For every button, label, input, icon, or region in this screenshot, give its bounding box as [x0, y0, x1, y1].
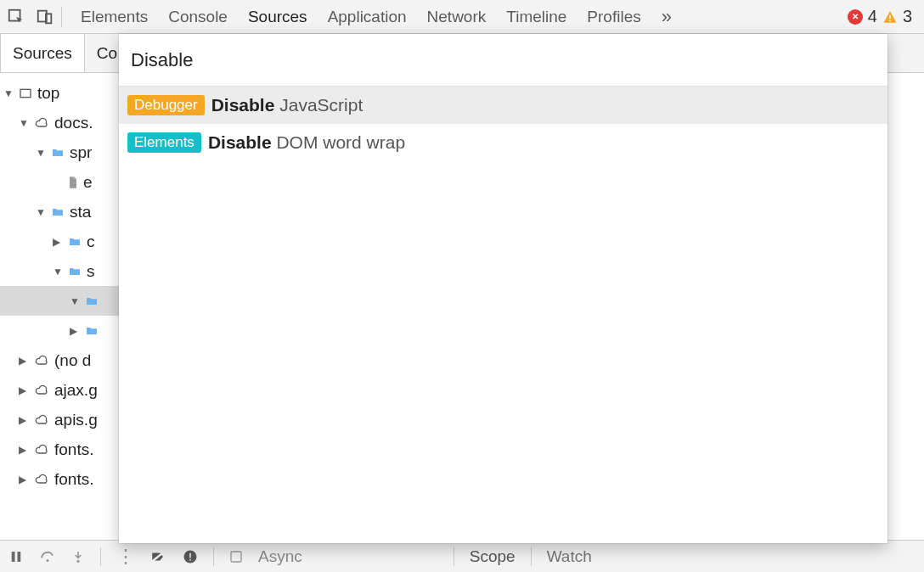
- main-toolbar: Elements Console Sources Application Net…: [0, 0, 924, 34]
- tab-sources[interactable]: Sources: [248, 8, 307, 26]
- tab-timeline[interactable]: Timeline: [506, 8, 566, 26]
- folder-icon: [83, 324, 100, 338]
- watch-tab[interactable]: Watch: [547, 547, 592, 566]
- tab-profiles[interactable]: Profiles: [587, 8, 640, 26]
- more-tabs-icon[interactable]: »: [662, 6, 672, 28]
- subtab-sources[interactable]: Sources: [0, 33, 85, 72]
- cloud-icon: [32, 354, 51, 367]
- pause-icon[interactable]: [8, 549, 24, 564]
- inspect-icon[interactable]: [7, 8, 25, 26]
- cloud-icon: [32, 384, 51, 397]
- disclosure-arrow-icon[interactable]: [19, 117, 29, 129]
- tab-network[interactable]: Network: [427, 8, 487, 26]
- svg-rect-3: [889, 14, 891, 19]
- command-palette: DebuggerDisable JavaScriptElementsDisabl…: [119, 34, 887, 543]
- disclosure-arrow-icon[interactable]: [70, 325, 80, 337]
- device-icon[interactable]: [36, 8, 54, 26]
- tree-node-label: docs.: [54, 114, 93, 132]
- error-icon[interactable]: ✕: [848, 9, 863, 25]
- tree-node[interactable]: docs.: [0, 108, 119, 137]
- svg-rect-4: [889, 20, 891, 21]
- folder-icon: [66, 235, 83, 249]
- step-over-icon[interactable]: [39, 549, 56, 564]
- tree-node[interactable]: fonts.: [0, 464, 119, 494]
- tree-node[interactable]: e: [0, 167, 119, 197]
- async-label: Async: [258, 547, 302, 566]
- frame-icon: [17, 87, 34, 100]
- checkbox-async[interactable]: [229, 550, 243, 564]
- category-badge: Debugger: [127, 95, 205, 115]
- tree-node-label: (no d: [54, 351, 91, 370]
- tree-node-label: ajax.g: [54, 381, 98, 400]
- warning-count: 3: [903, 7, 912, 26]
- command-result-label: Disable JavaScript: [211, 95, 363, 115]
- disclosure-arrow-icon[interactable]: [19, 384, 29, 396]
- file-icon: [66, 175, 80, 190]
- tree-node[interactable]: c: [0, 227, 119, 256]
- disclosure-arrow-icon[interactable]: [3, 87, 14, 99]
- cloud-icon: [32, 443, 51, 457]
- tree-node[interactable]: [0, 316, 119, 345]
- svg-rect-14: [231, 552, 241, 562]
- command-palette-input[interactable]: [131, 49, 876, 71]
- folder-icon: [66, 265, 83, 278]
- folder-icon: [49, 205, 66, 219]
- svg-rect-5: [20, 89, 31, 97]
- kebab-icon[interactable]: ⋮: [116, 546, 133, 568]
- svg-rect-13: [189, 559, 191, 561]
- tree-node-label: c: [87, 233, 95, 251]
- tree-node-label: fonts.: [54, 470, 93, 489]
- disclosure-arrow-icon[interactable]: [53, 266, 63, 278]
- tree-node[interactable]: sta: [0, 197, 119, 227]
- tree-node[interactable]: top: [0, 78, 119, 108]
- cloud-icon: [32, 473, 51, 486]
- tree-node[interactable]: [0, 286, 119, 316]
- disclosure-arrow-icon[interactable]: [19, 355, 29, 367]
- disclosure-arrow-icon[interactable]: [36, 206, 46, 218]
- svg-rect-6: [12, 552, 15, 562]
- cloud-icon: [32, 116, 51, 130]
- disclosure-arrow-icon[interactable]: [19, 474, 29, 485]
- folder-icon: [83, 294, 100, 308]
- tree-node-label: top: [37, 84, 59, 103]
- tree-node[interactable]: (no d: [0, 345, 119, 375]
- panel-tabs: Elements Console Sources Application Net…: [81, 6, 848, 28]
- tree-node[interactable]: s: [0, 256, 119, 286]
- command-result[interactable]: ElementsDisable DOM word wrap: [119, 124, 887, 161]
- folder-icon: [49, 146, 66, 160]
- tree-node[interactable]: fonts.: [0, 435, 119, 464]
- file-navigator: topdocs.sprestacs(no dajax.gapis.gfonts.…: [0, 73, 119, 540]
- tree-node-label: apis.g: [54, 411, 98, 429]
- tab-elements[interactable]: Elements: [81, 8, 148, 26]
- cloud-icon: [32, 413, 51, 427]
- debugger-toolbar: ⋮ Async Scope Watch: [0, 540, 924, 572]
- tab-console[interactable]: Console: [168, 8, 228, 26]
- scope-tab[interactable]: Scope: [470, 547, 516, 566]
- tree-node-label: sta: [70, 203, 91, 222]
- tree-node[interactable]: ajax.g: [0, 375, 119, 405]
- pause-exceptions-icon[interactable]: [183, 549, 198, 564]
- error-count: 4: [868, 7, 877, 26]
- command-result-label: Disable DOM word wrap: [208, 132, 405, 153]
- disclosure-arrow-icon[interactable]: [70, 295, 80, 307]
- disclosure-arrow-icon[interactable]: [19, 414, 29, 426]
- deactivate-breakpoints-icon[interactable]: [149, 549, 167, 564]
- toolbar-separator: [61, 7, 62, 27]
- disclosure-arrow-icon[interactable]: [19, 444, 29, 456]
- category-badge: Elements: [127, 132, 201, 153]
- tree-node-label: spr: [70, 143, 92, 162]
- command-result[interactable]: DebuggerDisable JavaScript: [119, 87, 887, 124]
- svg-rect-12: [189, 552, 191, 558]
- svg-point-8: [47, 559, 49, 562]
- tree-node[interactable]: apis.g: [0, 405, 119, 435]
- tree-node-label: e: [83, 173, 93, 192]
- tree-node[interactable]: spr: [0, 137, 119, 167]
- tab-application[interactable]: Application: [328, 8, 407, 26]
- warning-icon[interactable]: [882, 9, 898, 25]
- step-into-icon[interactable]: [71, 549, 85, 564]
- tree-node-label: s: [87, 262, 95, 281]
- disclosure-arrow-icon[interactable]: [53, 236, 63, 248]
- tree-node-label: fonts.: [54, 440, 93, 459]
- disclosure-arrow-icon[interactable]: [36, 147, 46, 159]
- svg-point-9: [76, 559, 79, 562]
